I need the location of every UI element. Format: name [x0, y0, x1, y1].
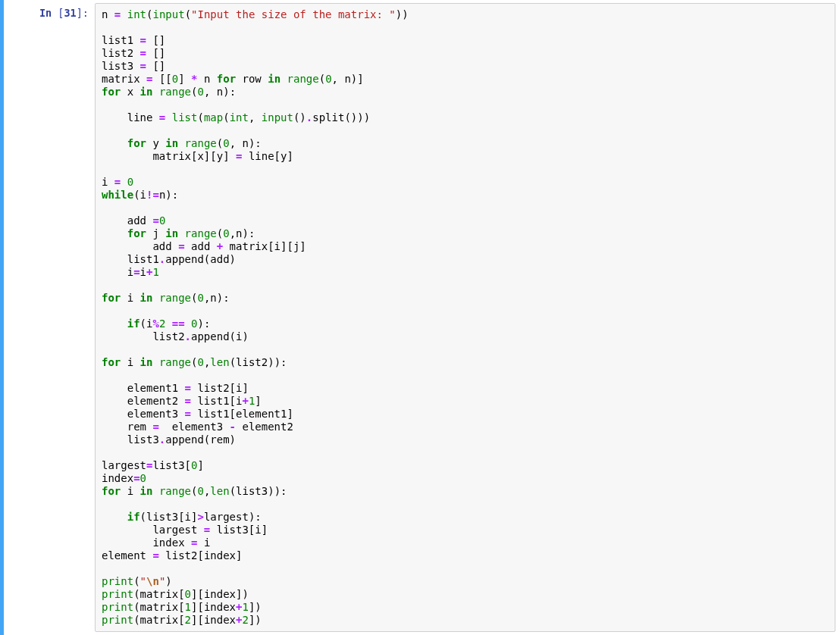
code-cell: In [31]: n = int(input("Input the size o… — [0, 0, 840, 635]
code-content[interactable]: n = int(input("Input the size of the mat… — [102, 8, 829, 627]
code-input-area[interactable]: n = int(input("Input the size of the mat… — [95, 3, 835, 632]
input-prompt: In [31]: — [4, 3, 95, 632]
prompt-number: 31 — [64, 7, 76, 19]
prompt-in: In — [39, 7, 52, 19]
